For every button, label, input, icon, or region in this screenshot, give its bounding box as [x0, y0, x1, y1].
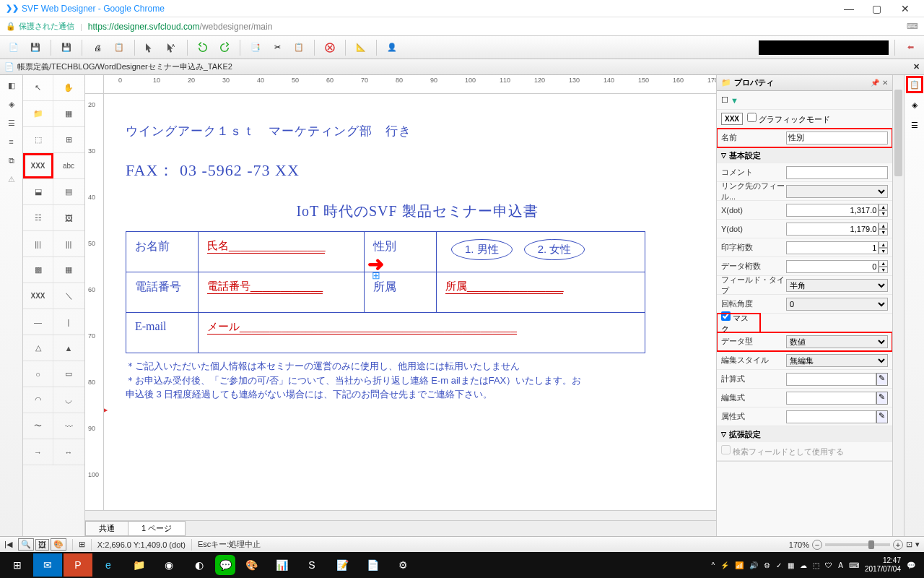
stack-icon[interactable]: ⧉ [4, 153, 19, 168]
zoom-out-button[interactable]: − [812, 540, 822, 550]
start-button[interactable]: ⊞ [3, 553, 32, 577]
undo-button[interactable] [193, 38, 212, 57]
arrow1-tool[interactable]: → [23, 439, 53, 465]
tb-powerpoint[interactable]: P [64, 553, 92, 577]
tel-field[interactable]: 電話番号____________ [207, 280, 323, 294]
tb-app6[interactable]: 📄 [358, 553, 387, 577]
status-icon1[interactable]: |◀ [4, 540, 12, 549]
hline-tool[interactable]: — [23, 309, 53, 335]
line-tool[interactable]: ＼ [53, 283, 84, 309]
minimize-button[interactable]: — [836, 3, 862, 14]
status-icon4[interactable]: 🎨 [51, 538, 66, 551]
tab-close-button[interactable]: ✕ [913, 62, 920, 72]
tb-explorer[interactable]: 📁 [124, 553, 153, 577]
tb-app2[interactable]: 🎨 [237, 553, 266, 577]
tb-edge[interactable]: e [94, 553, 123, 577]
comment-input[interactable] [786, 166, 888, 179]
data-digits-input[interactable] [786, 260, 879, 273]
bracket-tool[interactable]: 〰 [53, 413, 84, 439]
status-icon2[interactable]: 🔍 [18, 538, 34, 551]
gender-female[interactable]: 2. 女性 [524, 239, 585, 260]
system-tray[interactable]: ^⚡📶🔊⚙✓▦☁⬚🛡A⌨ 12:472017/07/04 💬 [712, 556, 921, 574]
barcode1-tool[interactable]: ||| [23, 231, 53, 256]
maximize-button[interactable]: ▢ [864, 3, 890, 14]
status-icon5[interactable]: ⊞ [79, 540, 85, 549]
print-digits-input[interactable] [786, 241, 879, 254]
mask-check[interactable]: マスク [721, 311, 756, 335]
logout-button[interactable]: ⬅ [901, 38, 920, 57]
list-icon[interactable]: ☰ [4, 116, 19, 130]
warn-icon[interactable]: ⚠ [4, 172, 19, 186]
tb-outlook[interactable]: ✉ [33, 553, 62, 577]
pointer-tool[interactable]: ↖ [23, 75, 53, 100]
name-input[interactable] [786, 131, 888, 144]
panel2-button[interactable]: ◈ [907, 97, 923, 113]
qr-tool[interactable]: ▦ [53, 257, 84, 282]
redo-button[interactable] [215, 38, 234, 57]
save-button[interactable]: 💾 [26, 38, 45, 57]
grid-tool[interactable]: ⊞ [53, 127, 84, 152]
wave-tool[interactable]: 〜 [23, 413, 53, 439]
barcode2-tool[interactable]: ||| [53, 231, 84, 256]
tb-line[interactable]: 💬 [215, 555, 235, 575]
translate-icon[interactable]: ⌨ [907, 22, 918, 31]
xxx-field-tool[interactable]: XXX [23, 153, 53, 178]
image-tool[interactable]: 🖼 [53, 205, 84, 230]
search-check[interactable]: 検索フィールドとして使用する [721, 445, 844, 457]
document-tab[interactable]: 📄 帳票定義 /TECHBLOG/WordDesignerセミナー申込み_TAK… [0, 59, 924, 75]
zoom-slider[interactable] [825, 543, 890, 546]
basic-section[interactable]: ▽基本設定 [717, 147, 892, 163]
org-field[interactable]: 所属________________ [445, 280, 563, 294]
field-type-select[interactable]: 半角 [786, 279, 888, 292]
user-button[interactable]: 👤 [383, 38, 401, 57]
folder-tool[interactable]: 📁 [23, 101, 53, 126]
select-all-tool[interactable]: A [162, 38, 181, 57]
attr-input[interactable] [786, 410, 876, 423]
url[interactable]: https://designer.svfcloud.com/webdesigne… [88, 22, 272, 32]
db-icon[interactable]: ≡ [4, 134, 19, 149]
new-button[interactable]: 📄 [4, 38, 23, 57]
x-input[interactable] [786, 204, 879, 217]
circle-tool[interactable]: ○ [23, 361, 53, 387]
abc-tool[interactable]: abc [53, 153, 84, 178]
h-scrollbar[interactable] [85, 510, 716, 520]
zoom-fit-button[interactable]: ⊡ [906, 540, 912, 549]
prop-scrollbar[interactable] [892, 75, 904, 536]
rect-tool[interactable]: ▭ [53, 361, 84, 387]
tri2-tool[interactable]: ▲ [53, 335, 84, 361]
rotation-select[interactable]: 0 [786, 298, 888, 311]
vertical-ruler[interactable]: 2030405060708090100 [85, 94, 104, 510]
save-all-button[interactable]: 💾 [57, 38, 76, 57]
link-select[interactable] [786, 185, 888, 198]
horizontal-ruler[interactable]: 0102030405060708090100110120130140150160… [104, 75, 716, 94]
tri-tool[interactable]: △ [23, 335, 53, 361]
table-tool[interactable]: ▦ [53, 101, 84, 126]
email-field[interactable]: メール_____________________________________… [207, 320, 517, 335]
status-icon3[interactable]: 🖼 [35, 539, 49, 551]
tree-icon[interactable]: ◧ [4, 78, 19, 92]
form-tool[interactable]: ☷ [23, 205, 53, 230]
layers-icon[interactable]: ◈ [4, 97, 19, 111]
hand-tool[interactable]: ✋ [53, 75, 84, 100]
gender-male[interactable]: 1. 男性 [451, 239, 513, 260]
dtype-select[interactable]: 数値 [786, 335, 888, 348]
calc-input[interactable] [786, 373, 876, 386]
arc-tool[interactable]: ◠ [23, 387, 53, 413]
vsplit-tool[interactable]: ▤ [53, 179, 84, 204]
pattern-tool[interactable]: ▩ [23, 257, 53, 282]
arrow-tool[interactable] [141, 38, 160, 57]
tb-chrome[interactable]: ◉ [154, 553, 183, 577]
cut-button[interactable]: ✂ [268, 38, 287, 57]
arc2-tool[interactable]: ◡ [53, 387, 84, 413]
edit-input[interactable] [786, 392, 876, 405]
img-tool[interactable]: ⬚ [23, 127, 53, 152]
pin-icon[interactable]: 📌 [871, 79, 879, 87]
graphic-mode-check[interactable]: グラフィックモード [747, 113, 830, 125]
hsplit-tool[interactable]: ⬓ [23, 179, 53, 204]
editstyle-select[interactable]: 無編集 [786, 354, 888, 367]
zoom-in-button[interactable]: + [893, 540, 903, 550]
close-button[interactable]: ✕ [892, 3, 918, 14]
y-input[interactable] [786, 223, 879, 236]
blank-icon[interactable]: ☐ [721, 95, 728, 105]
paste-button[interactable]: 📋 [289, 38, 308, 57]
